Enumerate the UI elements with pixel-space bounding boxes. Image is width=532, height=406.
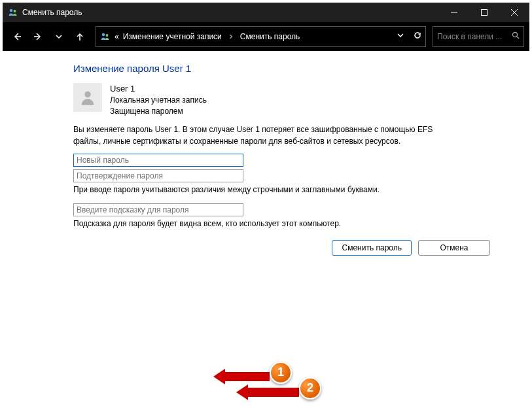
- annotation-badge-1: 1: [270, 362, 292, 384]
- maximize-button[interactable]: [469, 3, 499, 22]
- svg-point-1: [14, 10, 16, 12]
- recent-button[interactable]: [50, 27, 68, 46]
- svg-rect-3: [482, 10, 488, 16]
- titlebar: Сменить пароль: [3, 3, 529, 22]
- search-icon[interactable]: [512, 31, 520, 41]
- case-note: При вводе пароля учитываются различия ме…: [73, 185, 503, 194]
- window: Сменить пароль: [3, 3, 529, 403]
- protection-status: Защищена паролем: [110, 106, 207, 117]
- breadcrumb-prefix: «: [115, 32, 119, 41]
- svg-point-13: [84, 92, 90, 97]
- close-button[interactable]: [499, 3, 529, 22]
- new-password-input[interactable]: [73, 154, 243, 167]
- svg-point-11: [513, 33, 518, 37]
- addressbar[interactable]: « Изменение учетной записи Сменить парол…: [96, 26, 426, 47]
- account-type: Локальная учетная запись: [110, 95, 207, 106]
- svg-point-9: [102, 33, 105, 35]
- svg-point-10: [106, 34, 109, 37]
- searchbox[interactable]: Поиск в панели ...: [433, 26, 524, 47]
- navbar: « Изменение учетной записи Сменить парол…: [3, 22, 529, 51]
- change-password-button[interactable]: Сменить пароль: [332, 240, 412, 256]
- chevron-down-icon[interactable]: [397, 31, 404, 41]
- chevron-right-icon: [226, 32, 236, 41]
- minimize-button[interactable]: [439, 3, 469, 22]
- search-placeholder: Поиск в панели ...: [437, 32, 508, 41]
- users-icon: [8, 7, 18, 18]
- users-icon: [100, 31, 111, 42]
- user-name: User 1: [110, 83, 207, 95]
- page-title: Изменение пароля User 1: [73, 63, 503, 74]
- breadcrumb-parent[interactable]: Изменение учетной записи: [123, 32, 222, 41]
- back-button[interactable]: [8, 27, 26, 46]
- cancel-button[interactable]: Отмена: [418, 240, 490, 256]
- annotation-badge-2: 2: [299, 377, 321, 399]
- svg-point-0: [10, 9, 12, 12]
- hint-input[interactable]: [73, 203, 243, 216]
- breadcrumb-current[interactable]: Сменить пароль: [240, 32, 300, 41]
- warning-text: Вы изменяете пароль User 1. В этом случа…: [73, 124, 453, 147]
- refresh-icon[interactable]: [414, 31, 421, 41]
- hint-note: Подсказка для пароля будет видна всем, к…: [73, 219, 503, 228]
- forward-button[interactable]: [29, 27, 47, 46]
- user-block: User 1 Локальная учетная запись Защищена…: [73, 83, 503, 117]
- window-title: Сменить пароль: [22, 8, 82, 17]
- avatar: [73, 83, 102, 112]
- content: Изменение пароля User 1 User 1 Локальная…: [3, 51, 529, 403]
- up-button[interactable]: [71, 27, 89, 46]
- svg-line-12: [517, 37, 519, 39]
- confirm-password-input[interactable]: [73, 169, 243, 182]
